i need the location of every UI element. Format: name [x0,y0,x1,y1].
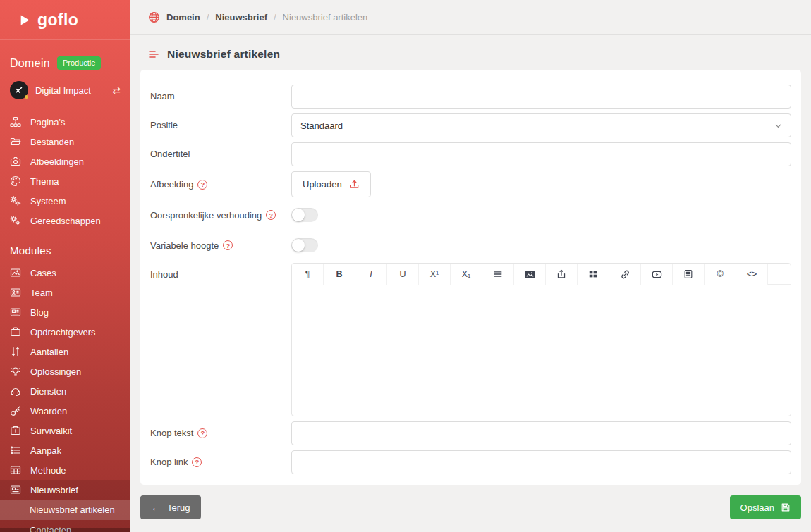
article-icon [683,269,693,279]
code-button[interactable]: <> [736,264,768,285]
nieuwsbrief-group: Nieuwsbrief Nieuwsbrief artikelen Contac… [0,480,130,532]
sidebar-item-label: Afbeeldingen [30,156,84,167]
sidebar-item-gereedschappen[interactable]: Gereedschappen [0,211,130,230]
upload-button[interactable] [546,264,578,285]
sidebar-item-label: Thema [30,176,59,187]
sidebar-item-team[interactable]: Team [0,283,130,302]
sidebar-item-systeem[interactable]: Systeem [0,191,130,211]
field-afbeelding: Afbeelding? Uploaden [150,171,791,197]
image-icon [10,267,21,278]
save-icon [781,502,791,512]
list-icon [10,445,21,456]
sidebar-item-nieuwsbrief-artikelen[interactable]: Nieuwsbrief artikelen [0,500,130,520]
play-icon [19,14,31,26]
sidebar-item-bestanden[interactable]: Bestanden [0,132,130,151]
help-icon[interactable]: ? [223,240,233,250]
sidebar-item-label: Systeem [30,196,66,206]
verhouding-toggle[interactable] [291,208,318,222]
underline-button[interactable]: U [387,264,419,285]
sidebar-item-cases[interactable]: Cases [0,263,130,283]
image-button[interactable] [514,264,546,285]
opslaan-label: Opslaan [740,502,774,513]
sidebar-item-blog[interactable]: Blog [0,302,130,322]
subscript-button[interactable]: X₁ [451,264,482,285]
hoogte-toggle[interactable] [291,238,318,252]
sidebar-item-label: Diensten [30,386,66,397]
status-dot [25,95,28,99]
terug-button[interactable]: ← Terug [140,495,201,519]
sidebar-item-waarden[interactable]: Waarden [0,401,130,421]
page-title: Nieuwsbrief artikelen [167,48,280,61]
grid-button[interactable] [578,264,609,285]
breadcrumb-separator: / [274,12,276,23]
uploaden-button[interactable]: Uploaden [291,171,371,197]
sidebar-item-label: Oplossingen [30,366,81,377]
sidebar-item-oplossingen[interactable]: Oplossingen [0,361,130,381]
globe-icon [148,11,160,23]
sidebar-item-diensten[interactable]: Diensten [0,381,130,401]
breadcrumb-domein[interactable]: Domein [166,12,200,23]
superscript-button[interactable]: X¹ [419,264,451,285]
table-icon [10,464,21,476]
page-head: Nieuwsbrief artikelen [130,35,811,70]
knop-link-input[interactable] [291,450,791,474]
terug-label: Terug [167,502,190,513]
sidebar-item-afbeeldingen[interactable]: Afbeeldingen [0,151,130,171]
chevron-down-icon [774,122,782,130]
sidebar-item-nieuwsbrief[interactable]: Nieuwsbrief [0,480,130,500]
stream-icon [148,49,159,60]
brand-logo[interactable]: goflo [0,0,130,40]
breadcrumb-current: Nieuwsbrief artikelen [283,12,368,23]
richtext-editor: ¶ B I U X¹ X₁ [291,263,791,416]
italic-button[interactable]: I [355,264,387,285]
help-icon[interactable]: ? [192,457,202,467]
sidebar-item-thema[interactable]: Thema [0,171,130,191]
breadcrumb: Domein / Nieuwsbrief / Nieuwsbrief artik… [130,0,811,35]
positie-selected-value: Standaard [300,120,343,131]
sidebar-item-label: Aanpak [30,445,61,456]
ondertitel-input[interactable] [291,142,791,166]
positie-select[interactable]: Standaard [291,113,791,137]
brand-logo-text: goflo [37,11,78,30]
sidebar-item-label: Bestanden [30,137,74,147]
ondertitel-label: Ondertitel [150,142,291,159]
breadcrumb-nieuwsbrief[interactable]: Nieuwsbrief [215,12,267,23]
sidebar-item-label: Blog [30,307,49,318]
list-button[interactable] [482,264,514,285]
afbeelding-label: Afbeelding? [150,179,291,190]
modules-heading: Modules [0,230,130,263]
field-inhoud: Inhoud ¶ B I U X¹ X₁ [150,263,791,416]
uploaden-label: Uploaden [303,179,342,190]
link-button[interactable] [609,264,641,285]
sidebar-item-aantallen[interactable]: Aantallen [0,342,130,361]
arrow-left-icon: ← [151,502,161,513]
bold-button[interactable]: B [324,264,355,285]
sidebar-item-aanpak[interactable]: Aanpak [0,440,130,460]
sidebar-item-methode[interactable]: Methode [0,460,130,480]
switch-workspace-icon[interactable]: ⇄ [112,85,121,96]
environment-badge: Productie [57,56,101,70]
knop-tekst-input[interactable] [291,421,791,445]
help-icon[interactable]: ? [197,180,207,190]
sidebar-item-opdrachtgevers[interactable]: Opdrachtgevers [0,322,130,342]
breadcrumb-separator: / [207,12,209,23]
hoogte-label: Variabele hoogte? [150,240,291,251]
help-icon[interactable]: ? [197,428,207,438]
sidebar-item-survivalkit[interactable]: Survivalkit [0,421,130,440]
paragraph-button[interactable]: ¶ [292,264,324,285]
video-button[interactable] [641,264,673,285]
inhoud-editor-body[interactable] [292,285,791,416]
sort-icon [10,346,21,357]
workspace-switcher[interactable]: Digital Impact ⇄ [0,74,130,108]
grid-icon [588,269,598,279]
sidebar-item-paginas[interactable]: Pagina's [0,112,130,132]
article-button[interactable] [673,264,705,285]
field-knop-link: Knop link? [150,450,791,474]
help-icon[interactable]: ? [266,210,276,220]
naam-input[interactable] [291,85,791,109]
field-ondertitel: Ondertitel [150,142,791,166]
main-content: Domein / Nieuwsbrief / Nieuwsbrief artik… [130,0,811,532]
opslaan-button[interactable]: Opslaan [730,495,801,519]
copyright-button[interactable]: © [705,264,736,285]
sidebar-item-label: Team [30,287,53,298]
